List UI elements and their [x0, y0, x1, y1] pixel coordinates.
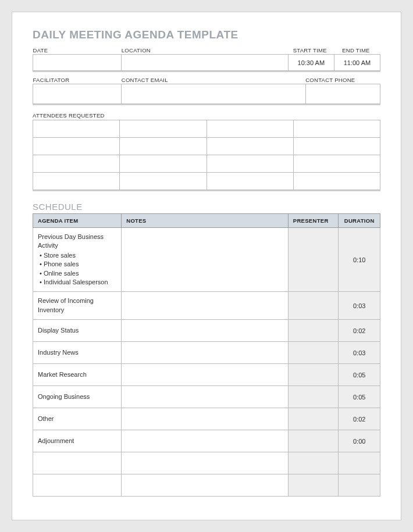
header-duration: DURATION — [339, 214, 380, 228]
cell-presenter[interactable] — [288, 364, 339, 386]
cell-notes[interactable] — [122, 430, 289, 452]
info-block-2: FACILITATOR CONTACT EMAIL CONTACT PHONE — [33, 76, 380, 105]
cell-agenda-item[interactable]: Industry News — [33, 342, 122, 364]
cell-notes[interactable] — [122, 452, 289, 474]
section-schedule: SCHEDULE — [33, 202, 380, 212]
cell-agenda-item[interactable]: Display Status — [33, 320, 122, 342]
label-location: LOCATION — [122, 46, 289, 55]
label-facilitator: FACILITATOR — [33, 76, 122, 84]
cell-notes[interactable] — [122, 408, 289, 430]
field-location[interactable] — [122, 55, 289, 71]
table-row: Adjournment0:00 — [33, 430, 380, 452]
attendee-cell[interactable] — [33, 120, 120, 138]
cell-presenter[interactable] — [288, 430, 339, 452]
table-row: Previous Day Business ActivityStore sale… — [33, 228, 380, 292]
field-end-time[interactable]: 11:00 AM — [334, 55, 380, 71]
attendee-cell[interactable] — [206, 138, 293, 155]
info-table-1: DATE LOCATION START TIME END TIME 10:30 … — [33, 46, 380, 71]
cell-duration[interactable]: 0:02 — [339, 320, 380, 342]
table-row — [33, 452, 380, 474]
cell-notes[interactable] — [122, 228, 289, 292]
cell-presenter[interactable] — [288, 474, 339, 497]
header-agenda-item: AGENDA ITEM — [33, 214, 122, 228]
label-attendees: ATTENDEES REQUESTED — [33, 111, 380, 120]
cell-notes[interactable] — [122, 292, 289, 320]
header-notes: NOTES — [122, 214, 289, 228]
field-facilitator[interactable] — [33, 84, 122, 104]
cell-presenter[interactable] — [288, 408, 339, 430]
attendees-table — [33, 120, 380, 190]
cell-presenter[interactable] — [288, 320, 339, 342]
cell-notes[interactable] — [122, 320, 289, 342]
cell-agenda-item[interactable]: Ongoing Business — [33, 386, 122, 408]
field-contact-phone[interactable] — [305, 84, 380, 104]
schedule-table: AGENDA ITEM NOTES PRESENTER DURATION Pre… — [33, 213, 380, 497]
cell-presenter[interactable] — [288, 228, 339, 292]
attendee-cell[interactable] — [206, 155, 293, 173]
attendee-cell[interactable] — [293, 155, 380, 173]
cell-duration[interactable]: 0:02 — [339, 408, 380, 430]
attendee-cell[interactable] — [120, 173, 206, 190]
page-title: DAILY MEETING AGENDA TEMPLATE — [33, 28, 380, 41]
table-row: Other0:02 — [33, 408, 380, 430]
label-contact-email: CONTACT EMAIL — [122, 76, 305, 84]
cell-duration[interactable]: 0:05 — [339, 386, 380, 408]
document-page: DAILY MEETING AGENDA TEMPLATE DATE LOCAT… — [12, 12, 401, 520]
label-end-time: END TIME — [334, 46, 380, 55]
attendees-block: ATTENDEES REQUESTED — [33, 111, 380, 191]
cell-duration[interactable]: 0:03 — [339, 292, 380, 320]
cell-presenter[interactable] — [288, 292, 339, 320]
attendee-cell[interactable] — [206, 120, 293, 138]
cell-agenda-item[interactable] — [33, 474, 122, 497]
cell-agenda-item[interactable]: Adjournment — [33, 430, 122, 452]
table-row: Industry News0:03 — [33, 342, 380, 364]
cell-notes[interactable] — [122, 474, 289, 497]
attendee-cell[interactable] — [120, 120, 206, 138]
table-row: Review of Incoming Inventory0:03 — [33, 292, 380, 320]
attendee-cell[interactable] — [293, 120, 380, 138]
table-row: Ongoing Business0:05 — [33, 386, 380, 408]
field-date[interactable] — [33, 55, 122, 71]
attendee-cell[interactable] — [120, 138, 206, 155]
cell-agenda-item[interactable]: Other — [33, 408, 122, 430]
table-row: Display Status0:02 — [33, 320, 380, 342]
attendee-cell[interactable] — [293, 138, 380, 155]
cell-duration[interactable] — [339, 452, 380, 474]
cell-duration[interactable]: 0:00 — [339, 430, 380, 452]
table-row — [33, 474, 380, 497]
cell-duration[interactable]: 0:03 — [339, 342, 380, 364]
label-contact-phone: CONTACT PHONE — [305, 76, 380, 84]
cell-agenda-item[interactable]: Review of Incoming Inventory — [33, 292, 122, 320]
attendee-cell[interactable] — [33, 138, 120, 155]
header-presenter: PRESENTER — [288, 214, 339, 228]
attendee-cell[interactable] — [206, 173, 293, 190]
info-table-2: FACILITATOR CONTACT EMAIL CONTACT PHONE — [33, 76, 380, 104]
cell-presenter[interactable] — [288, 386, 339, 408]
info-block-1: DATE LOCATION START TIME END TIME 10:30 … — [33, 46, 380, 72]
attendee-cell[interactable] — [120, 155, 206, 173]
label-start-time: START TIME — [288, 46, 334, 55]
cell-duration[interactable]: 0:05 — [339, 364, 380, 386]
attendee-cell[interactable] — [293, 173, 380, 190]
cell-agenda-item[interactable]: Previous Day Business ActivityStore sale… — [33, 228, 122, 292]
cell-duration[interactable]: 0:10 — [339, 228, 380, 292]
cell-notes[interactable] — [122, 342, 289, 364]
attendee-cell[interactable] — [33, 173, 120, 190]
cell-notes[interactable] — [122, 364, 289, 386]
field-contact-email[interactable] — [122, 84, 305, 104]
cell-presenter[interactable] — [288, 452, 339, 474]
field-start-time[interactable]: 10:30 AM — [288, 55, 334, 71]
cell-agenda-item[interactable]: Market Research — [33, 364, 122, 386]
attendee-cell[interactable] — [33, 155, 120, 173]
cell-notes[interactable] — [122, 386, 289, 408]
cell-presenter[interactable] — [288, 342, 339, 364]
table-row: Market Research0:05 — [33, 364, 380, 386]
label-date: DATE — [33, 46, 122, 55]
cell-duration[interactable] — [339, 474, 380, 497]
cell-agenda-item[interactable] — [33, 452, 122, 474]
